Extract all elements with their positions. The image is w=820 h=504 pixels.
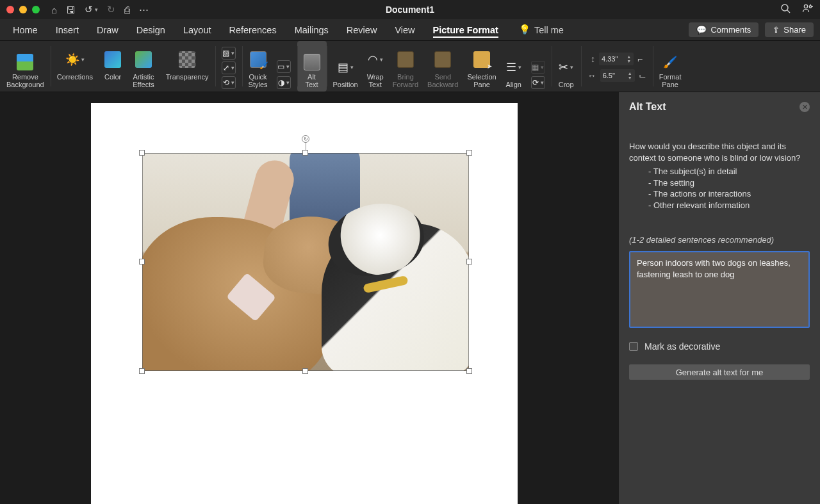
tab-draw[interactable]: Draw	[88, 19, 127, 40]
comment-icon: 💬	[696, 25, 707, 35]
tab-picture-format[interactable]: Picture Format	[424, 19, 507, 40]
save-icon[interactable]: 🖫	[66, 4, 76, 15]
resize-handle-e[interactable]	[466, 259, 472, 264]
picture-tools-group: ▧▾ ⤢▾ ⟲▾	[215, 41, 242, 92]
more-icon[interactable]: ⋯	[139, 4, 149, 15]
height-input[interactable]: 4.33"▲▼	[599, 53, 634, 65]
quick-styles-label: Quick Styles	[249, 73, 268, 89]
share-people-icon[interactable]	[802, 3, 814, 16]
svg-point-3	[809, 6, 811, 8]
remove-background-button[interactable]: Remove Background	[0, 41, 51, 92]
position-button[interactable]: ▤▾Position	[333, 59, 358, 89]
alt-text-prompt: How would you describe this object and i…	[629, 141, 810, 211]
decorative-label: Mark as decorative	[644, 341, 720, 352]
tab-tell-me[interactable]: 💡Tell me	[510, 19, 573, 40]
comments-button[interactable]: 💬Comments	[689, 22, 758, 37]
close-window-icon[interactable]	[6, 6, 14, 13]
remove-bg-label: Remove Background	[6, 73, 44, 89]
bring-forward-button[interactable]: Bring Forward	[393, 51, 418, 89]
transparency-button[interactable]: Transparency	[166, 51, 209, 89]
crop-mark-top-icon: ⌐	[637, 54, 643, 64]
rotate-icon[interactable]: ⟳▾	[531, 76, 545, 89]
tab-view[interactable]: View	[386, 19, 423, 40]
reset-picture-icon[interactable]: ⟲▾	[222, 76, 236, 89]
pane-title: Alt Text	[629, 101, 666, 113]
zoom-window-icon[interactable]	[32, 6, 40, 13]
tab-design[interactable]: Design	[127, 19, 174, 40]
resize-handle-sw[interactable]	[139, 368, 145, 374]
document-area: ↻	[0, 92, 619, 504]
corrections-button[interactable]: ☀️▾Corrections	[57, 51, 93, 89]
title-bar: ⌂ 🖫 ↺▾ ↻ ⎙ ⋯ Document1	[0, 0, 820, 19]
compress-pictures-icon[interactable]: ▧▾	[222, 47, 236, 60]
resize-handle-w[interactable]	[139, 259, 145, 264]
resize-handle-ne[interactable]	[466, 150, 472, 156]
prompt-bullet: The actions or interactions	[648, 188, 810, 200]
prompt-bullet: The subject(s) in detail	[648, 166, 810, 177]
styles-group: 🖌️Quick Styles ▭▾ ◑▾	[242, 41, 297, 92]
size-group: ↕ 4.33"▲▼ ⌐ ↔ 6.5"▲▼ ⌙	[581, 41, 653, 92]
redo-icon[interactable]: ↻	[107, 4, 115, 15]
adjust-group: ☀️▾Corrections Color Artistic Effects Tr…	[51, 41, 215, 92]
resize-handle-s[interactable]	[302, 368, 308, 374]
tab-review[interactable]: Review	[338, 19, 386, 40]
prompt-bullet: The setting	[648, 177, 810, 189]
minimize-window-icon[interactable]	[19, 6, 27, 13]
group-icon[interactable]: ▦▾	[531, 61, 545, 74]
prompt-bullet: Other relevant information	[648, 200, 810, 211]
send-backward-button[interactable]: Send Backward	[427, 51, 458, 89]
close-pane-icon[interactable]: ✕	[800, 102, 810, 112]
selection-outline	[142, 153, 469, 371]
share-label: Share	[783, 25, 806, 35]
selected-picture[interactable]: ↻	[142, 153, 469, 371]
selection-pane-button[interactable]: ➤Selection Pane	[467, 51, 496, 89]
ribbon: Remove Background ☀️▾Corrections Color A…	[0, 41, 820, 92]
generate-alt-text-button[interactable]: Generate alt text for me	[629, 364, 810, 380]
alt-text-input[interactable]	[629, 251, 810, 328]
crop-group: ✂▾Crop	[552, 41, 581, 92]
resize-handle-se[interactable]	[466, 368, 472, 374]
tab-mailings[interactable]: Mailings	[286, 19, 338, 40]
format-pane-button[interactable]: 🖌️ Format Pane	[653, 41, 688, 92]
crop-label: Crop	[559, 81, 574, 89]
tab-layout[interactable]: Layout	[174, 19, 220, 40]
share-button[interactable]: ⇪Share	[765, 22, 814, 37]
picture-effects-icon[interactable]: ◑▾	[277, 76, 291, 89]
format-pane-label: Format Pane	[659, 73, 682, 89]
bring-forward-label: Bring Forward	[393, 73, 418, 89]
share-icon: ⇪	[773, 25, 780, 35]
svg-point-0	[782, 4, 788, 11]
change-picture-icon[interactable]: ⤢▾	[222, 61, 236, 74]
resize-handle-nw[interactable]	[139, 150, 145, 156]
width-input[interactable]: 6.5"▲▼	[600, 69, 635, 82]
recommendation-hint: (1-2 detailed sentences recommended)	[629, 235, 810, 245]
tab-home[interactable]: Home	[4, 19, 47, 40]
tab-references[interactable]: References	[220, 19, 285, 40]
crop-mark-bottom-icon: ⌙	[639, 70, 646, 81]
wrap-text-button[interactable]: ◠▾Wrap Text	[367, 51, 384, 89]
tab-insert[interactable]: Insert	[47, 19, 88, 40]
align-button[interactable]: ☰▾Align	[505, 59, 522, 89]
search-icon[interactable]	[780, 3, 791, 16]
undo-icon[interactable]: ↺▾	[85, 4, 98, 15]
transparency-label: Transparency	[166, 73, 209, 81]
bulb-icon: 💡	[519, 24, 530, 35]
print-icon[interactable]: ⎙	[124, 4, 130, 15]
page: ↻	[91, 103, 518, 504]
comments-label: Comments	[710, 25, 751, 35]
width-value: 6.5"	[603, 72, 615, 79]
send-backward-label: Send Backward	[427, 73, 458, 89]
height-icon: ↕	[591, 54, 595, 64]
color-button[interactable]: Color	[104, 51, 121, 89]
crop-button[interactable]: ✂▾Crop	[558, 59, 575, 89]
decorative-checkbox[interactable]	[629, 342, 638, 351]
quick-styles-button[interactable]: 🖌️Quick Styles	[249, 51, 268, 89]
rotate-handle[interactable]: ↻	[302, 135, 309, 143]
color-label: Color	[104, 73, 121, 81]
resize-handle-n[interactable]	[302, 150, 308, 156]
picture-border-icon[interactable]: ▭▾	[277, 60, 291, 73]
ribbon-tabs: Home Insert Draw Design Layout Reference…	[0, 19, 820, 41]
alt-text-button[interactable]: Alt Text	[297, 41, 327, 92]
artistic-effects-button[interactable]: Artistic Effects	[133, 51, 154, 89]
home-icon[interactable]: ⌂	[51, 4, 57, 15]
